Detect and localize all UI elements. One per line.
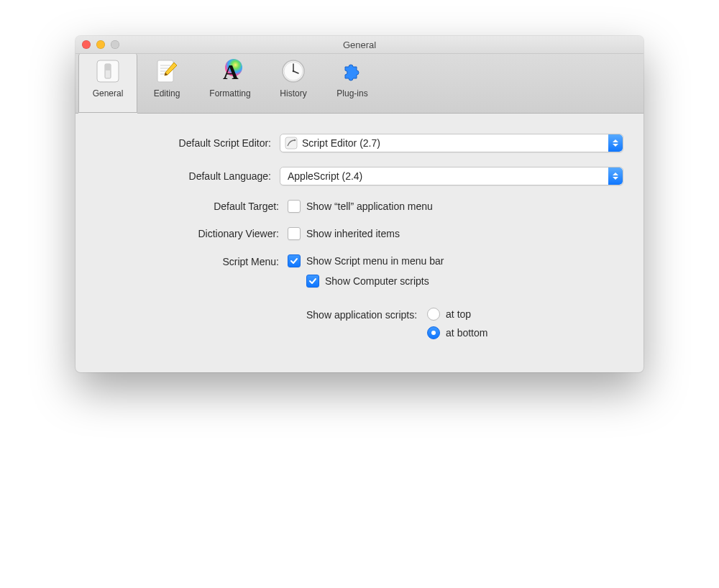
tab-formatting-label: Formatting: [209, 88, 250, 98]
script-editor-app-icon: [285, 137, 298, 150]
show-tell-menu-text: Show “tell” application menu: [306, 201, 433, 212]
default-target-label: Default Target:: [96, 201, 288, 212]
plugins-puzzle-icon: [338, 57, 367, 86]
window-title: General: [75, 40, 644, 50]
editing-pencil-icon: [152, 57, 181, 86]
default-script-editor-label: Default Script Editor:: [96, 137, 280, 149]
default-script-editor-value: Script Editor (2.7): [302, 137, 380, 149]
popup-stepper-icon: [608, 167, 623, 185]
tab-editing[interactable]: Editing: [137, 52, 196, 113]
app-scripts-at-top-radio[interactable]: [427, 308, 440, 321]
show-tell-menu-checkbox[interactable]: [288, 200, 301, 213]
tab-formatting[interactable]: A Formatting: [196, 52, 264, 113]
app-scripts-at-top-text: at top: [446, 308, 471, 320]
tab-plugins-label: Plug-ins: [336, 88, 367, 98]
zoom-window-button[interactable]: [111, 40, 119, 49]
default-language-label: Default Language:: [96, 170, 280, 182]
show-application-scripts-label: Show application scripts:: [306, 308, 427, 321]
tab-history[interactable]: History: [264, 52, 323, 113]
svg-point-16: [293, 70, 295, 73]
show-script-menu-checkbox[interactable]: [288, 254, 301, 267]
formatting-font-icon: A: [216, 57, 244, 86]
show-inherited-items-checkbox[interactable]: [288, 227, 301, 240]
default-language-value: AppleScript (2.4): [285, 170, 362, 182]
tab-plugins[interactable]: Plug-ins: [323, 52, 382, 113]
preferences-window: General General: [75, 36, 644, 372]
minimize-window-button[interactable]: [96, 40, 105, 49]
show-inherited-items-text: Show inherited items: [306, 228, 400, 239]
show-computer-scripts-checkbox[interactable]: [306, 275, 319, 288]
default-script-editor-popup[interactable]: Script Editor (2.7): [280, 134, 623, 152]
show-computer-scripts-text: Show Computer scripts: [325, 275, 429, 287]
general-switch-icon: [93, 57, 122, 86]
app-scripts-at-bottom-radio[interactable]: [427, 326, 440, 339]
close-window-button[interactable]: [82, 40, 91, 49]
tab-history-label: History: [280, 88, 306, 98]
dictionary-viewer-label: Dictionary Viewer:: [96, 228, 288, 239]
tab-general[interactable]: General: [78, 52, 137, 114]
show-script-menu-text: Show Script menu in menu bar: [306, 255, 444, 267]
preferences-toolbar: General Editing: [75, 54, 644, 114]
popup-stepper-icon: [608, 134, 623, 152]
tab-general-label: General: [93, 88, 124, 98]
app-scripts-at-bottom-text: at bottom: [446, 327, 487, 339]
svg-text:A: A: [223, 60, 239, 83]
svg-rect-17: [285, 137, 297, 149]
general-pane: Default Script Editor: Script Editor (2.…: [75, 114, 644, 372]
script-menu-label: Script Menu:: [96, 254, 288, 267]
tab-editing-label: Editing: [154, 88, 180, 98]
titlebar: General: [75, 36, 644, 54]
svg-rect-2: [105, 64, 111, 70]
default-language-popup[interactable]: AppleScript (2.4): [280, 167, 623, 185]
history-clock-icon: [279, 57, 308, 86]
svg-point-18: [294, 139, 296, 142]
